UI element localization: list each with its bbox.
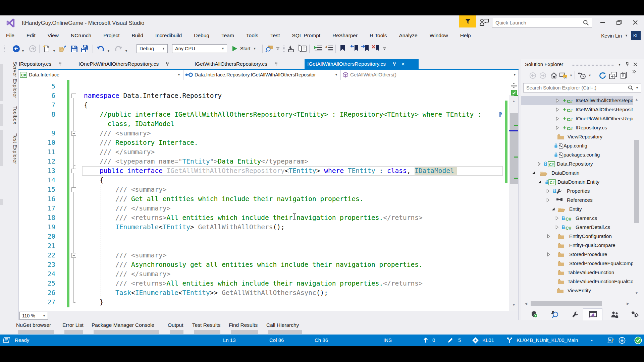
tree-item-storedprocedure[interactable]: StoredProcedure	[521, 250, 633, 259]
menu-item-r-tools[interactable]: R Tools	[364, 30, 393, 41]
sidebar-tab-test-explorer[interactable]: Test Explorer	[12, 130, 18, 168]
tree-item-tablevaluedfunctionequalcompare[interactable]: TableValuedFunctionEqualCompare	[521, 277, 633, 286]
toolbar-grip[interactable]	[283, 45, 285, 52]
menu-item-edit[interactable]: Edit	[20, 30, 42, 41]
se-toolbar-overflow-icon[interactable]	[632, 70, 636, 73]
start-debug-button[interactable]: Start▼	[240, 44, 256, 53]
se-switch-views-icon[interactable]	[559, 71, 568, 79]
dock-tab-team-explorer-pending[interactable]	[525, 308, 544, 320]
editor-tab-4[interactable]: IGetAllWithAllOthersRepository.cs✕	[305, 59, 419, 69]
previous-bookmark-icon[interactable]	[350, 45, 358, 51]
bottom-tab-output[interactable]: Output	[168, 321, 183, 329]
solution-configuration-dropdown[interactable]: Debug▼	[137, 44, 168, 53]
clear-bookmarks-icon[interactable]	[371, 45, 379, 51]
se-navigate-forward-icon[interactable]	[539, 71, 547, 79]
tree-collapsed-icon[interactable]	[547, 252, 550, 257]
scrollbar-thumb[interactable]	[510, 113, 518, 184]
fold-collapse-box[interactable]: –	[71, 253, 76, 258]
tree-item-entity[interactable]: Entity	[521, 204, 633, 214]
feedback-icon[interactable]	[479, 18, 489, 26]
unpushed-commits-count[interactable]: 0	[432, 335, 435, 346]
navbar-member-dropdown[interactable]: GetAllWithAllOthers() ▼	[341, 70, 519, 80]
tree-item-datadomain-entity[interactable]: C#DataDomain.Entity	[521, 177, 633, 186]
se-switch-views-caret-icon[interactable]: ▼	[570, 74, 573, 77]
tab-close-icon[interactable]: ✕	[401, 61, 405, 67]
fold-collapse-box[interactable]: –	[71, 187, 76, 192]
start-debug-icon[interactable]	[232, 46, 237, 52]
scroll-down-icon[interactable]: ▼	[633, 291, 640, 296]
scroll-up-icon[interactable]: ▲	[633, 97, 640, 102]
editor-tab-3[interactable]: IGetWithAllOthersRepository.cs	[192, 59, 288, 69]
tree-horizontal-scrollbar[interactable]: ◀ ▶	[521, 300, 635, 307]
dock-tab-class-view[interactable]	[545, 308, 565, 320]
menu-item-incredibuild[interactable]: Incredibuild	[149, 30, 188, 41]
new-file-icon[interactable]	[43, 45, 50, 53]
se-refresh-icon[interactable]	[598, 71, 606, 79]
fold-collapse-box[interactable]: –	[71, 94, 76, 98]
restore-button[interactable]	[613, 17, 625, 27]
se-navigate-back-icon[interactable]	[529, 71, 537, 79]
dock-tab-properties[interactable]	[566, 308, 585, 320]
navigate-backward-icon[interactable]	[12, 45, 20, 53]
branch-caret-up-icon[interactable]: ▲	[590, 335, 593, 346]
menu-item-tools[interactable]: Tools	[240, 30, 264, 41]
bottom-tab-package-manager-console[interactable]: Package Manager Console	[92, 321, 154, 329]
branch-icon[interactable]	[506, 337, 513, 349]
find-in-files-icon[interactable]	[265, 45, 273, 52]
tree-item-datadomain[interactable]: DataDomain	[521, 168, 633, 177]
toggle-bookmark-icon[interactable]	[340, 45, 345, 51]
bottom-tab-find-results[interactable]: Find Results	[229, 321, 258, 329]
navbar-type-dropdown[interactable]: Data.Interface.Repository.IGetAllWithAll…	[184, 70, 341, 80]
scroll-left-icon[interactable]: ◀	[523, 300, 529, 307]
signed-in-user[interactable]: Kevin Lin	[601, 33, 622, 39]
tree-collapsed-icon[interactable]	[556, 125, 559, 130]
minimize-button[interactable]	[597, 17, 608, 27]
menu-item-ncrunch[interactable]: NCrunch	[65, 30, 97, 41]
quick-launch-searchbox[interactable]: Quick Launch	[492, 18, 592, 27]
copy-code-icon[interactable]	[298, 45, 307, 52]
open-file-icon[interactable]	[59, 45, 67, 52]
user-dropdown-caret-icon[interactable]: ▼	[625, 34, 628, 37]
menu-item-debug[interactable]: Debug	[188, 30, 215, 41]
tree-item-viewrepository[interactable]: ViewRepository	[521, 132, 633, 141]
undo-icon[interactable]	[97, 45, 105, 52]
tab-pin-icon[interactable]	[274, 62, 278, 66]
scroll-up-icon[interactable]: ▲	[509, 99, 519, 104]
editor-split-handle[interactable]	[509, 83, 519, 88]
tree-item-gamerdetail-cs[interactable]: C#GamerDetail.cs	[521, 223, 633, 232]
download-circle-icon[interactable]	[619, 337, 626, 348]
se-show-all-files-icon[interactable]	[620, 71, 628, 79]
tree-item-data-repository[interactable]: C#Data.Repository	[521, 159, 633, 168]
editor-scrollbar[interactable]: ▲ ▼	[509, 95, 519, 311]
tree-collapsed-icon[interactable]	[556, 107, 559, 112]
panel-options-caret-icon[interactable]: ▼	[616, 61, 623, 68]
editor-tab-1[interactable]: IRepository.cs	[16, 59, 70, 69]
avatar[interactable]: KL	[631, 31, 641, 40]
menu-item-project[interactable]: Project	[97, 30, 125, 41]
tree-item-igetallwithallothersrepository-cs[interactable]: C#IGetAllWithAllOthersRepository.cs	[521, 96, 633, 105]
save-all-icon[interactable]	[80, 45, 89, 53]
pending-edits-icon[interactable]	[447, 337, 453, 349]
navigate-forward-icon[interactable]	[29, 45, 37, 53]
tree-collapsed-icon[interactable]	[555, 225, 559, 230]
solution-explorer-search[interactable]: Search Solution Explorer (Ctrl+;) ▼	[523, 83, 641, 93]
tree-item-tablevaluedfunction[interactable]: TableValuedFunction	[521, 268, 633, 277]
go-to-line-icon[interactable]	[287, 45, 296, 52]
tree-item-entityconfiguration[interactable]: EntityConfiguration	[521, 232, 633, 241]
dock-tab-class-diagram[interactable]	[626, 308, 644, 320]
tree-collapsed-icon[interactable]	[546, 189, 550, 193]
tree-item-gamer-cs[interactable]: C#Gamer.cs	[521, 214, 633, 223]
se-home-icon[interactable]	[550, 71, 558, 79]
tree-item-viewentity[interactable]: ViewEntity	[521, 286, 633, 295]
repository-name[interactable]: KL01	[482, 335, 494, 346]
tree-item-ionepkwithallothersrepository-cs[interactable]: C#IOnePkWithAllOthersRepository.cs	[521, 114, 633, 123]
unpushed-commits-icon[interactable]	[423, 337, 428, 349]
code-editor[interactable]: 56namespace Data.Interface.Repository–7{…	[18, 80, 519, 311]
tree-item-storedprocedureequalcompare[interactable]: StoredProcedureEqualCompare	[521, 259, 633, 268]
solution-platform-dropdown[interactable]: Any CPU▼	[172, 44, 227, 53]
menu-item-view[interactable]: View	[42, 30, 65, 41]
tree-collapsed-icon[interactable]	[556, 116, 559, 121]
scrollbar-thumb[interactable]	[531, 301, 602, 306]
dock-tab-solution-explorer[interactable]	[583, 308, 602, 320]
panel-drag-grip[interactable]	[572, 63, 615, 66]
